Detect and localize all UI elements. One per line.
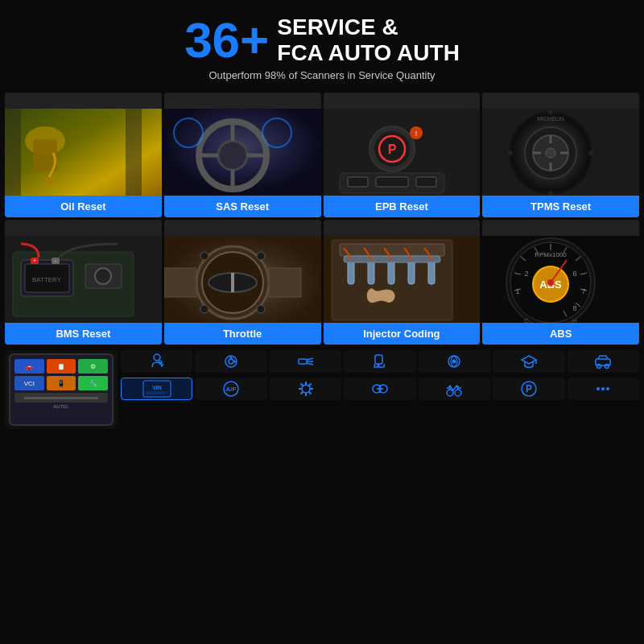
svg-rect-24 [348, 177, 368, 187]
svg-point-36 [548, 110, 553, 115]
svg-rect-70 [428, 260, 435, 284]
injector-coding-image [324, 236, 481, 328]
svg-point-58 [257, 252, 265, 260]
svg-text:P: P [387, 142, 396, 156]
icon-gear-transmission[interactable] [270, 378, 341, 400]
svg-text:6: 6 [573, 270, 577, 278]
bms-reset-image: + - BATTERY [5, 236, 162, 328]
svg-rect-68 [388, 260, 394, 284]
svg-text:A/F: A/F [226, 386, 237, 393]
abs-label: ABS [482, 323, 639, 345]
header-title-line2: FCA AUTO AUTH [277, 40, 460, 66]
svg-rect-4 [5, 109, 21, 201]
svg-text:MICHELIN: MICHELIN [538, 116, 564, 122]
oil-reset-image [5, 109, 162, 201]
injector-coding-label: Injector Coding [324, 323, 481, 345]
svg-point-8 [218, 141, 247, 170]
icon-car-service[interactable] [568, 350, 639, 373]
service-icons-grid: VIN A/F [121, 350, 639, 429]
svg-rect-62 [269, 268, 301, 297]
svg-point-134 [447, 390, 453, 396]
sas-reset-image [164, 109, 321, 201]
svg-rect-5 [126, 109, 142, 201]
svg-text:+: + [33, 258, 36, 263]
header-section: 36+ SERVICE & FCA AUTO AUTH Outperform 9… [0, 0, 644, 88]
svg-rect-107 [375, 355, 382, 364]
device-brand-label: AUTEL [14, 404, 108, 409]
icon-person-wrench[interactable] [121, 350, 192, 373]
sas-reset-label: SAS Reset [164, 196, 321, 217]
icon-turbo[interactable] [419, 350, 490, 373]
svg-rect-71 [344, 256, 440, 262]
icon-suspension[interactable] [419, 378, 490, 400]
svg-line-128 [308, 384, 311, 386]
svg-point-38 [508, 151, 513, 155]
epb-reset-image: P ! [324, 109, 481, 201]
grid-item-oil-reset[interactable]: Oil Reset [5, 93, 162, 217]
header-subtitle: Outperform 98% of Scanners in Service Qu… [8, 69, 636, 81]
svg-point-141 [601, 387, 605, 390]
svg-rect-69 [408, 260, 415, 284]
svg-rect-61 [164, 268, 196, 297]
bms-reset-label: BMS Reset [5, 323, 162, 345]
svg-text:P: P [526, 383, 532, 394]
svg-text:VIN: VIN [152, 385, 162, 390]
grid-item-epb-reset[interactable]: P ! EPB Reset [324, 93, 481, 217]
grid-item-throttle[interactable]: Throttle [164, 220, 321, 345]
svg-line-129 [300, 392, 303, 394]
tpms-reset-image: MICHELIN [482, 109, 639, 201]
svg-point-113 [597, 365, 601, 369]
svg-point-140 [597, 387, 600, 390]
svg-rect-25 [376, 177, 408, 187]
grid-item-bms-reset[interactable]: + - BATTERY BMS Reset [5, 220, 162, 345]
icon-parking[interactable]: P [493, 378, 564, 400]
icon-vin[interactable]: VIN [121, 378, 192, 400]
header-number: 36+ [184, 15, 269, 65]
svg-line-104 [307, 358, 313, 360]
icon-more[interactable] [568, 378, 639, 400]
svg-point-39 [588, 151, 593, 155]
device-image: 🚗 📋 ⚙ VCI 📱 🔧 AUTEL [5, 350, 118, 429]
svg-rect-103 [299, 359, 307, 364]
icon-af-ratio[interactable]: A/F [195, 378, 266, 400]
grid-item-sas-reset[interactable]: SAS Reset [164, 93, 321, 217]
service-grid: Oil Reset [0, 88, 644, 347]
grid-item-abs[interactable]: RPMx1000 6 7 8 2 1 ABS C H [482, 220, 639, 345]
svg-marker-110 [522, 356, 536, 364]
icon-transfer-case[interactable] [344, 378, 415, 400]
svg-point-59 [200, 305, 208, 313]
svg-point-3 [43, 177, 56, 185]
icon-seat[interactable] [344, 350, 415, 373]
svg-point-35 [546, 148, 555, 158]
bottom-section: 🚗 📋 ⚙ VCI 📱 🔧 AUTEL [0, 347, 644, 429]
svg-text:!: ! [415, 130, 417, 138]
epb-reset-label: EPB Reset [324, 196, 481, 217]
main-container: 36+ SERVICE & FCA AUTO AUTH Outperform 9… [0, 0, 644, 429]
svg-rect-26 [416, 177, 436, 187]
throttle-label: Throttle [164, 323, 321, 345]
grid-item-injector-coding[interactable]: Injector Coding [324, 220, 481, 345]
svg-text:2: 2 [525, 270, 529, 278]
header-title: 36+ SERVICE & FCA AUTO AUTH [8, 14, 636, 66]
throttle-image [164, 236, 321, 328]
svg-text:7: 7 [582, 287, 586, 295]
svg-point-109 [452, 360, 456, 364]
svg-line-126 [300, 384, 303, 386]
svg-point-135 [455, 390, 461, 396]
svg-rect-66 [348, 260, 354, 284]
icon-graduate[interactable] [493, 350, 564, 373]
svg-point-51 [95, 268, 111, 284]
oil-reset-label: Oil Reset [5, 196, 162, 217]
svg-point-60 [257, 305, 265, 313]
header-title-line1: SERVICE & [277, 14, 460, 40]
grid-item-tpms-reset[interactable]: MICHELIN TPMS Reset [482, 93, 639, 217]
svg-text:1: 1 [516, 287, 520, 295]
tpms-reset-label: TPMS Reset [482, 196, 639, 217]
svg-point-142 [606, 387, 609, 390]
abs-image: RPMx1000 6 7 8 2 1 ABS C H [482, 236, 639, 328]
icon-headlights[interactable] [270, 350, 341, 373]
icon-circular-arrows[interactable] [195, 350, 266, 373]
svg-text:BATTERY: BATTERY [32, 276, 62, 283]
svg-line-127 [308, 392, 311, 394]
svg-line-106 [307, 363, 313, 365]
